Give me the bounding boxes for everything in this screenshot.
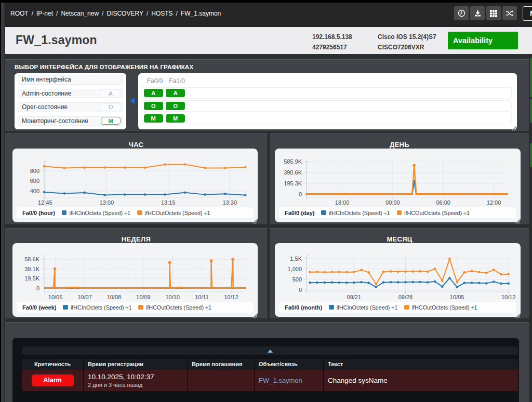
section-title: ВЫБОР ИНТЕРФЕЙСА ДЛЯ ОТОБРАЖЕНИЯ НА ГРАФ… bbox=[15, 64, 193, 70]
availability-button[interactable]: Availability bbox=[448, 32, 518, 49]
iface-prop-label: Мониторинг-состояние bbox=[18, 117, 101, 125]
iface-state-filter-m[interactable]: M bbox=[101, 117, 121, 125]
chart-legend-item[interactable]: ifHCOutOctets (Speed) ÷1 bbox=[404, 304, 477, 311]
svg-text:10/07: 10/07 bbox=[77, 294, 92, 300]
toolbar-button-shuffle[interactable] bbox=[502, 6, 517, 20]
grid-icon bbox=[490, 10, 497, 17]
iface-properties-panel: Имя интерфейсаAdmin-состояниеAOper-состо… bbox=[15, 73, 126, 129]
alarm-object-link[interactable]: FW_1.saymon bbox=[259, 377, 323, 384]
chart-legend-item[interactable]: ifHCInOctets (Speed) ÷1 bbox=[329, 304, 397, 311]
svg-text:12:45: 12:45 bbox=[38, 199, 52, 206]
col-cleared[interactable]: Время погашения bbox=[187, 359, 254, 370]
col-registered[interactable]: Время регистрации bbox=[83, 359, 187, 370]
alarm-text: Changed sysName bbox=[328, 377, 518, 384]
toolbar-cut-button[interactable]: M bbox=[523, 6, 532, 21]
col-severity[interactable]: Критичность bbox=[22, 359, 83, 370]
clock-icon bbox=[458, 9, 466, 17]
svg-text:19.5K: 19.5K bbox=[24, 275, 39, 282]
resize-handle-icon[interactable] bbox=[252, 311, 257, 316]
svg-text:09/21: 09/21 bbox=[347, 294, 362, 300]
col-text[interactable]: Текст bbox=[323, 359, 518, 370]
chart-legend-title: Fa0/0 (day) bbox=[285, 210, 314, 216]
svg-text:06:00: 06:00 bbox=[436, 199, 450, 206]
svg-text:13:15: 13:15 bbox=[161, 199, 176, 206]
svg-text:10/09: 10/09 bbox=[136, 294, 151, 300]
iface-column-fa0-0[interactable]: Fa0/0 bbox=[147, 77, 163, 85]
iface-prop-row[interactable]: Admin-состояниеA bbox=[18, 89, 123, 99]
alarm-registered-ago: 2 дня и 3 часа назад bbox=[88, 382, 187, 388]
svg-text:0: 0 bbox=[299, 287, 302, 293]
breadcrumb-item-discovery[interactable]: DISCOVERY bbox=[107, 10, 143, 17]
iface-state-badge-a[interactable]: A bbox=[144, 89, 163, 97]
iface-state-filter-a[interactable]: A bbox=[101, 89, 121, 97]
iface-state-badge-m[interactable]: M bbox=[144, 114, 163, 123]
breadcrumb-item-fw_1.saymon[interactable]: FW_1.saymon bbox=[181, 10, 221, 17]
toolbar-button-grid[interactable] bbox=[486, 6, 501, 20]
breadcrumb-item-ip-net[interactable]: IP-net bbox=[36, 10, 53, 17]
svg-text:18:00: 18:00 bbox=[335, 199, 350, 206]
toolbar-button-download[interactable] bbox=[470, 6, 485, 20]
iface-prop-row[interactable]: Мониторинг-состояниеM bbox=[18, 116, 123, 126]
legend-swatch-icon bbox=[137, 210, 142, 216]
svg-text:09/28: 09/28 bbox=[398, 294, 413, 300]
object-ip: 192.168.5.138 bbox=[312, 32, 352, 43]
chart-block-month: МЕСЯЦ 09/2109/2810/0510/1205001,0001.5KF… bbox=[270, 228, 529, 318]
breadcrumb: ROOT/IP-net/Netscan_new/DISCOVERY/HOSTS/… bbox=[10, 3, 221, 24]
iface-state-badge-a[interactable]: A bbox=[166, 89, 185, 97]
legend-swatch-icon bbox=[138, 305, 143, 310]
svg-text:500: 500 bbox=[292, 276, 302, 283]
breadcrumb-item-netscan_new[interactable]: Netscan_new bbox=[61, 10, 99, 17]
legend-swatch-icon bbox=[321, 210, 326, 216]
clipped-content-sliver bbox=[530, 88, 531, 97]
resize-handle-icon[interactable] bbox=[511, 124, 516, 129]
interface-select-section: ВЫБОР ИНТЕРФЕЙСА ДЛЯ ОТОБРАЖЕНИЯ НА ГРАФ… bbox=[5, 59, 529, 131]
breadcrumb-item-hosts[interactable]: HOSTS bbox=[151, 10, 172, 17]
download-icon bbox=[474, 10, 482, 17]
alarm-row[interactable]: Alarm 10.10.2025, 10:02:37 2 дня и 3 час… bbox=[22, 370, 518, 391]
iface-matrix-panel: Fa0/0Fa1/0AAOOMM bbox=[138, 73, 517, 129]
iface-prop-row[interactable]: Oper-состояниеO bbox=[18, 102, 123, 112]
iface-column-fa1-0[interactable]: Fa1/0 bbox=[169, 77, 185, 85]
object-header: FW_1.saymon 192.168.5.138 4279256517 Cis… bbox=[5, 27, 532, 54]
iface-state-filter-o[interactable]: O bbox=[101, 103, 121, 111]
toolbar-button-clock[interactable] bbox=[454, 6, 469, 20]
alarm-cell-severity: Alarm bbox=[22, 370, 83, 391]
iface-prop-row[interactable]: Имя интерфейса bbox=[18, 75, 123, 85]
top-navigation-bar: ROOT/IP-net/Netscan_new/DISCOVERY/HOSTS/… bbox=[5, 3, 532, 24]
chart-legend-item[interactable]: ifHCOutOctets (Speed) ÷1 bbox=[397, 210, 470, 216]
collapse-left-icon[interactable] bbox=[130, 98, 135, 104]
chart-legend-item[interactable]: ifHCInOctets (Speed) ÷1 bbox=[321, 210, 390, 216]
chart-legend-item[interactable]: ifHCInOctets (Speed) ÷1 bbox=[63, 304, 131, 311]
iface-state-badge-o[interactable]: O bbox=[144, 102, 163, 110]
chart-legend-item[interactable]: ifHCInOctets (Speed) ÷1 bbox=[62, 210, 130, 216]
object-model-info: Cisco IOS 15.2(4)S7 CISCO7206VXR bbox=[378, 32, 436, 52]
svg-text:390.6K: 390.6K bbox=[284, 169, 302, 176]
chart-legend-item[interactable]: ifHCOutOctets (Speed) ÷1 bbox=[137, 210, 210, 216]
alarms-collapse-bar[interactable] bbox=[22, 346, 518, 355]
app-window: ROOT/IP-net/Netscan_new/DISCOVERY/HOSTS/… bbox=[5, 3, 532, 402]
alarm-severity-badge[interactable]: Alarm bbox=[32, 374, 74, 386]
iface-prop-label: Admin-состояние bbox=[18, 90, 101, 97]
breadcrumb-item-root[interactable]: ROOT bbox=[10, 10, 29, 17]
legend-swatch-icon bbox=[397, 210, 402, 216]
col-object[interactable]: Объект/связь bbox=[254, 359, 323, 370]
alarms-table: Критичность Время регистрации Время пога… bbox=[22, 359, 518, 391]
resize-handle-icon[interactable] bbox=[515, 217, 520, 222]
chart-title-day: ДЕНЬ bbox=[270, 141, 529, 149]
iface-state-strip bbox=[141, 87, 512, 99]
legend-series-label: ifHCOutOctets (Speed) ÷1 bbox=[404, 210, 470, 216]
svg-text:10/08: 10/08 bbox=[107, 294, 122, 300]
svg-text:10/05: 10/05 bbox=[450, 294, 464, 300]
svg-text:10/11: 10/11 bbox=[195, 294, 209, 300]
legend-swatch-icon bbox=[63, 305, 68, 310]
svg-text:195.3K: 195.3K bbox=[284, 180, 302, 186]
legend-series-label: ifHCInOctets (Speed) ÷1 bbox=[329, 210, 390, 216]
iface-state-badge-m[interactable]: M bbox=[166, 114, 185, 123]
resize-handle-icon[interactable] bbox=[515, 311, 520, 316]
clipped-content-sliver bbox=[530, 143, 531, 167]
chart-card-hour: 12:4513:0013:1513:30400600800Fa0/0 (hour… bbox=[12, 149, 258, 222]
resize-handle-icon[interactable] bbox=[252, 217, 257, 222]
iface-state-badge-o[interactable]: O bbox=[166, 102, 185, 110]
chart-legend-item[interactable]: ifHCOutOctets (Speed) ÷1 bbox=[138, 304, 211, 311]
chart-block-day: ДЕНЬ 18:0000:0006:0012:000195.3K390.6K58… bbox=[270, 133, 529, 224]
